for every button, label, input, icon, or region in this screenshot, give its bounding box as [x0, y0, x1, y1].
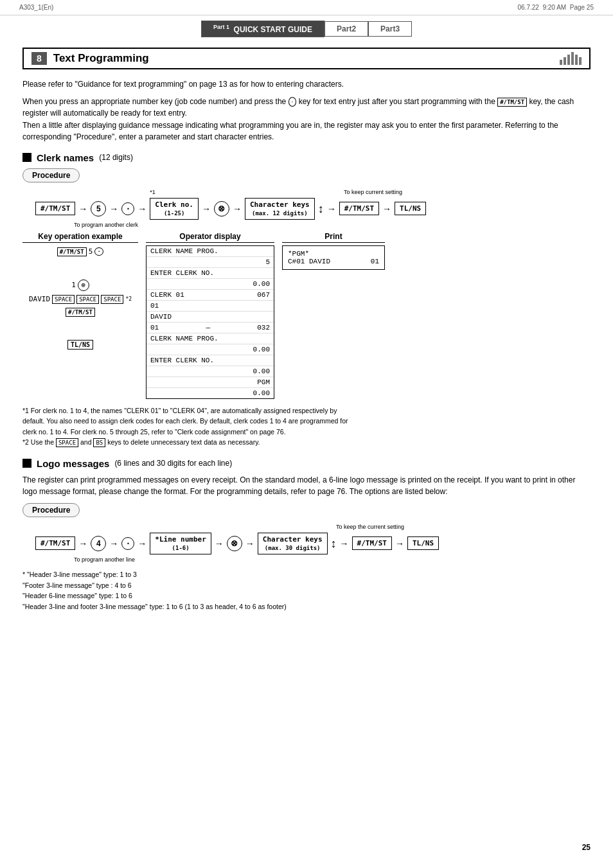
intro-line2: When you press an appropriate number key… [22, 96, 591, 143]
print-col: Print *PGM* C#01 DAVID 01 [282, 232, 385, 399]
logo-flow-diagram: To keep the current setting #/TM/ST → 4 … [35, 533, 591, 563]
key-x-circle-2: ⊗ [227, 536, 242, 551]
op-row-5b: 0.00 [147, 344, 274, 355]
tab-part1[interactable]: Part 1 QUICK START GUIDE [201, 21, 324, 37]
arrow6: ↕ [318, 203, 324, 215]
clerk-names-title: Clerk names [37, 152, 94, 163]
key-hmtmst-logo-start: #/TM/ST [35, 536, 75, 550]
logo-messages-header: Logo messages (6 lines and 30 digits for… [22, 458, 591, 469]
arrow2: → [109, 204, 118, 214]
op-display-block: CLERK NAME PROG. 5 ENTER CLERK NO. 0.00 … [146, 245, 274, 399]
clerk-footnotes: *1 For clerk no. 1 to 4, the names "CLER… [22, 405, 591, 448]
key-tlns-logo: TL/NS [407, 536, 439, 550]
op-row-4b: 01—032 [147, 323, 274, 333]
meta-bar: A303_1(En) 06.7.22 9:20 AM Page 25 [0, 0, 613, 15]
key-op-row-1: #/TM/ST 5 · [22, 245, 138, 258]
program-another-line-label: To program another line [74, 556, 591, 563]
op-row-1b: 5 [147, 257, 274, 268]
print-receipt: *PGM* C#01 DAVID 01 [282, 245, 385, 270]
op-row-2b: 0.00 [147, 279, 274, 290]
footnote2: *2 Use the SPACE and BS keys to delete u… [22, 437, 591, 448]
logo-footnote-3: "Header 6-line message" type: 1 to 6 [22, 590, 591, 601]
arrow8: → [382, 204, 391, 214]
op-row-1: CLERK NAME PROG. [147, 246, 274, 257]
tab-part3[interactable]: Part3 [368, 21, 412, 37]
logo-arrow7: → [340, 538, 349, 549]
logo-arrow6: ↕ [331, 538, 337, 549]
arrow4: → [202, 204, 211, 214]
logo-arrow2: → [109, 538, 118, 549]
key-op-spacer1 [22, 258, 138, 278]
logo-footnote-1: * "Header 3-line message" type: 1 to 3 [22, 569, 591, 580]
logo-arrow5: → [245, 538, 254, 549]
arrow1: → [78, 204, 87, 214]
logo-intro: The register can print programmed messag… [22, 474, 591, 498]
key-hmtmst-end: #/TM/ST [339, 202, 379, 215]
key-op-row-5: TL/NS [22, 338, 138, 351]
clerk-flow-diagram: To keep current setting #/TM/ST → 5 → · … [35, 198, 591, 228]
char-keys-box-logo: Character keys(max. 30 digits) [258, 533, 328, 554]
op-display-header: Operator display [146, 232, 274, 243]
clerk-no-box: Clerk no.(1-25) [150, 198, 199, 220]
tab-part2[interactable]: Part2 [324, 21, 368, 37]
clerk-flow-row: #/TM/ST → 5 → · → *1 Clerk no.(1-25) → ⊗ [35, 198, 591, 220]
logo-messages-section: Logo messages (6 lines and 30 digits for… [22, 458, 591, 612]
logo-arrow1: → [78, 538, 87, 549]
key-op-rows: #/TM/ST 5 · 1 ⊗ DAVID SPACE SPACE SPACE [22, 245, 138, 351]
key-op-row-2: 1 ⊗ [22, 278, 138, 293]
key-op-spacer2 [22, 319, 138, 338]
logo-arrow3: → [138, 538, 147, 549]
procedure-label-1: Procedure [22, 168, 80, 182]
footnote1b: default. You also need to assign clerk c… [22, 416, 591, 426]
op-row-6: ENTER CLERK NO. [147, 355, 274, 366]
line-no-box: *Line number(1-6) [150, 533, 211, 554]
op-row-7: PGM [147, 377, 274, 388]
doc-id: A303_1(En) [19, 4, 53, 11]
print-line2: C#01 DAVID 01 [288, 258, 379, 265]
char-keys-box: Character keys(max. 12 digits) [245, 198, 315, 220]
main-content: 8 Text Programming Please refer to "Guid… [0, 37, 613, 625]
section-header: 8 Text Programming [22, 48, 591, 69]
print-line1: *PGM* [288, 250, 379, 258]
char-keys-logo: Character keys(max. 30 digits) [258, 533, 328, 554]
line-no-box-wrapper: *Line number(1-6) [150, 533, 211, 554]
operator-display-col: Operator display CLERK NAME PROG. 5 ENTE… [146, 232, 274, 399]
arrow7: → [327, 204, 336, 214]
logo-messages-title: Logo messages [37, 458, 109, 469]
logo-arrow4: → [215, 538, 224, 549]
logo-arrow8: → [395, 538, 404, 549]
doc-date: 06.7.22 9:20 AM Page 25 [518, 4, 594, 11]
clerk-table: Key operation example #/TM/ST 5 · 1 ⊗ DA… [22, 232, 591, 399]
clerk-no-box-wrapper: *1 Clerk no.(1-25) [150, 198, 199, 220]
op-row-4: DAVID [147, 312, 274, 323]
keep-current-label: To keep current setting [344, 189, 402, 195]
key-dot: · [121, 202, 134, 215]
line-no-key: *Line number(1-6) [150, 533, 211, 554]
key-dot-logo: · [121, 537, 134, 550]
page: A303_1(En) 06.7.22 9:20 AM Page 25 Part … [0, 0, 613, 868]
subsection-square-2 [22, 459, 31, 468]
key-op-col: Key operation example #/TM/ST 5 · 1 ⊗ DA… [22, 232, 138, 399]
section-number: 8 [31, 52, 47, 65]
char-keys-key: Character keys(max. 12 digits) [245, 198, 315, 220]
key-op-header: Key operation example [22, 232, 138, 243]
footnote1: *1 For clerk no. 1 to 4, the names "CLER… [22, 405, 591, 416]
key-op-row-4: #/TM/ST [22, 306, 138, 319]
logo-footnote-4: "Header 3-line and footer 3-line message… [22, 601, 591, 612]
program-another-clerk-label: To program another clerk [74, 222, 591, 228]
logo-footnotes: * "Header 3-line message" type: 1 to 3 "… [22, 569, 591, 612]
space-key-1: SPACE [52, 295, 75, 304]
key-hmtmst-logo-end: #/TM/ST [352, 536, 392, 550]
space-key-3: SPACE [101, 295, 123, 304]
part1-label: Part 1 [213, 24, 229, 30]
footnote1c: clerk no. 1 to 4. For clerk no. 5 throug… [22, 427, 591, 437]
keep-current-label-2: To keep the current setting [336, 524, 404, 530]
key-4-circle: 4 [91, 536, 106, 551]
key-hmtmst-start: #/TM/ST [35, 202, 75, 215]
space-footnote: SPACE [56, 438, 78, 447]
part1-sub: QUICK START GUIDE [234, 25, 312, 34]
op-row-5: CLERK NAME PROG. [147, 333, 274, 344]
logo-footnote-2: "Footer 3-line message" type : 4 to 6 [22, 580, 591, 591]
arrow5: → [233, 204, 242, 214]
clerk-names-header: Clerk names (12 digits) [22, 152, 591, 163]
